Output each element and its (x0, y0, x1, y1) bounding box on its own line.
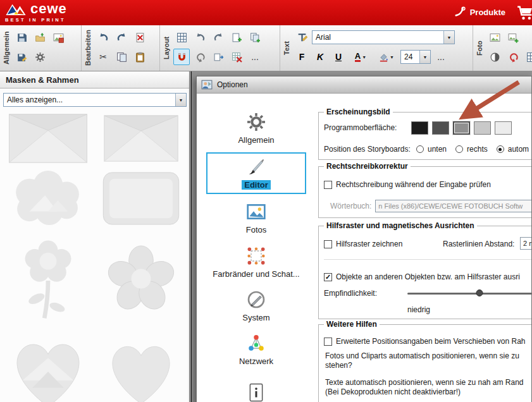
toolbar-section-allgemein: Allgemein (0, 25, 81, 71)
masks-panel: Masken & Rahmen Alles anzeigen... ▼ (0, 71, 190, 402)
mask-thumbnail-fold-rect[interactable] (98, 113, 185, 164)
chevron-down-icon: ▼ (175, 94, 186, 106)
sensitivity-slider[interactable] (407, 288, 531, 298)
fill-color-button[interactable]: ▼ (374, 49, 399, 65)
bold-button[interactable]: F (294, 49, 310, 65)
tools-icon (455, 6, 466, 18)
extended-position-checkbox[interactable] (324, 338, 332, 346)
mask-thumbnail-heart-fold[interactable] (5, 331, 92, 402)
theme-swatch-light[interactable] (474, 121, 491, 135)
add-page-button[interactable] (228, 29, 245, 46)
font-family-select[interactable]: Arial ▼ (312, 30, 455, 44)
undo-button[interactable] (95, 29, 111, 46)
main-toolbar: Allgemein (0, 25, 532, 71)
sidebar-item-info[interactable] (248, 383, 264, 402)
dialog-titlebar[interactable]: Optionen (197, 76, 531, 94)
options-sidebar: Allgemein Editor Fotos Farbränder und Sc… (197, 94, 316, 402)
copy-button[interactable] (113, 49, 130, 65)
mask-thumbnail-cloud[interactable] (5, 170, 92, 227)
sidebar-item-fotos[interactable]: Fotos (206, 199, 306, 238)
group-erscheinungsbild: Erscheinungsbild Programmoberfläche: Pos… (318, 112, 531, 160)
sensitivity-label: Empfindlichkeit: (324, 289, 404, 298)
duplicate-page-button[interactable] (247, 29, 263, 46)
group-weitere-hilfen: Weitere Hilfen Erweiterte Positionsangab… (318, 324, 531, 402)
sidebar-item-label: System (240, 313, 272, 322)
theme-swatch-lightest[interactable] (495, 121, 512, 135)
radio-storyboard-unten[interactable] (416, 145, 424, 153)
toolbar-section-bearbeiten: Bearbeiten ✂ (81, 25, 159, 71)
sidebar-item-allgemein[interactable]: Allgemein (206, 109, 306, 147)
grid-spacing-input[interactable]: 2 m (520, 237, 531, 250)
group-rechtschreibkorrektur: Rechtschreibkorrektur Rechtschreibung wä… (318, 166, 531, 218)
mask-filter-value: Alles anzeigen... (4, 94, 175, 106)
sidebar-item-label: Allgemein (235, 135, 276, 145)
font-size-select[interactable]: 24 ▼ (400, 50, 431, 64)
photo-icon (246, 202, 266, 222)
options-dialog: Optionen Allgemein Editor Fotos Farbränd… (196, 76, 532, 402)
auto-photo-text: Fotos und Cliparts automatisch positioni… (325, 351, 531, 360)
cart-icon[interactable] (516, 4, 532, 21)
mask-filter-select[interactable]: Alles anzeigen... ▼ (3, 93, 187, 107)
remove-grid-button[interactable] (228, 49, 245, 65)
cut-button[interactable]: ✂ (95, 49, 111, 65)
rotate-ccw-button[interactable] (192, 29, 208, 46)
produkte-button[interactable]: Produkte (455, 6, 505, 18)
save-as-button[interactable] (13, 49, 30, 65)
ellipsis-icon: ... (437, 52, 445, 62)
layout-more-button[interactable]: ... (247, 49, 263, 65)
underline-button[interactable]: U (330, 49, 347, 65)
radio-storyboard-rechts[interactable] (455, 145, 463, 153)
sidebar-item-farbraender[interactable]: Farbränder und Schat... (206, 243, 306, 281)
produkte-label: Produkte (470, 8, 505, 17)
redo-button[interactable] (113, 29, 130, 46)
theme-swatch-darkest[interactable] (411, 121, 428, 135)
text-more-button[interactable]: ... (433, 49, 449, 65)
draw-grid-checkbox[interactable] (324, 240, 332, 248)
rotate-cw-button[interactable] (210, 29, 226, 46)
sidebar-item-system[interactable]: System (206, 286, 306, 325)
grid-button[interactable] (173, 29, 190, 46)
photo-grid-button[interactable] (523, 49, 532, 65)
scissors-icon: ✂ (99, 52, 107, 62)
italic-button[interactable]: K (312, 49, 328, 65)
dictionary-input[interactable]: n Files (x86)/CEWE/CEWE FOTOBUCH Softw (375, 200, 531, 212)
ellipsis-icon: ... (251, 52, 259, 62)
programmoberflaeche-label: Programmoberfläche: (324, 123, 407, 132)
cewe-logo-mark (5, 2, 27, 16)
sidebar-item-editor[interactable]: Editor (206, 152, 306, 193)
magnet-snap-button[interactable] (173, 49, 190, 65)
radio-storyboard-autom[interactable] (497, 145, 504, 153)
sidebar-item-netzwerk[interactable]: Netzwerk (206, 331, 306, 369)
sensitivity-slider-thumb[interactable] (476, 289, 483, 296)
paste-button[interactable] (132, 49, 148, 65)
mask-thumbnail-heart[interactable] (98, 331, 185, 402)
mask-thumbnail-flower-stem[interactable] (5, 233, 92, 324)
import-photos-button[interactable] (50, 29, 66, 46)
sidebar-item-label: Editor (242, 180, 271, 190)
contrast-button[interactable] (486, 49, 503, 65)
arrange-page-button[interactable] (210, 49, 226, 65)
mask-thumbnail-rounded-rect[interactable] (98, 170, 185, 227)
dictionary-label: Wörterbuch: (330, 202, 371, 210)
delete-button[interactable] (132, 29, 148, 46)
group-divider (324, 259, 531, 260)
photo-rotate-button[interactable] (505, 49, 521, 65)
info-icon (248, 383, 264, 402)
cewe-logo: cewe BEST IN PRINT (5, 2, 67, 23)
spellcheck-checkbox[interactable] (324, 181, 332, 189)
mask-thumbnail-flower[interactable] (98, 233, 185, 324)
font-color-button[interactable]: A ▼ (349, 49, 373, 65)
open-button[interactable] (32, 29, 48, 46)
theme-swatch-medium[interactable] (453, 121, 470, 135)
rotate-page-button[interactable] (192, 49, 208, 65)
theme-swatch-dark[interactable] (432, 121, 449, 135)
font-family-value: Arial (312, 31, 443, 44)
photo-frame-button[interactable] (486, 29, 503, 46)
text-style-button[interactable] (294, 29, 310, 46)
snap-objects-checkbox[interactable]: ✓ (324, 273, 332, 281)
photo-add-button[interactable] (505, 29, 521, 46)
mask-thumbnail-fold-rect[interactable] (5, 113, 92, 164)
settings-button[interactable] (32, 49, 48, 65)
storyboard-position-label: Position des Storyboards: (324, 145, 412, 154)
save-button[interactable] (13, 29, 30, 46)
